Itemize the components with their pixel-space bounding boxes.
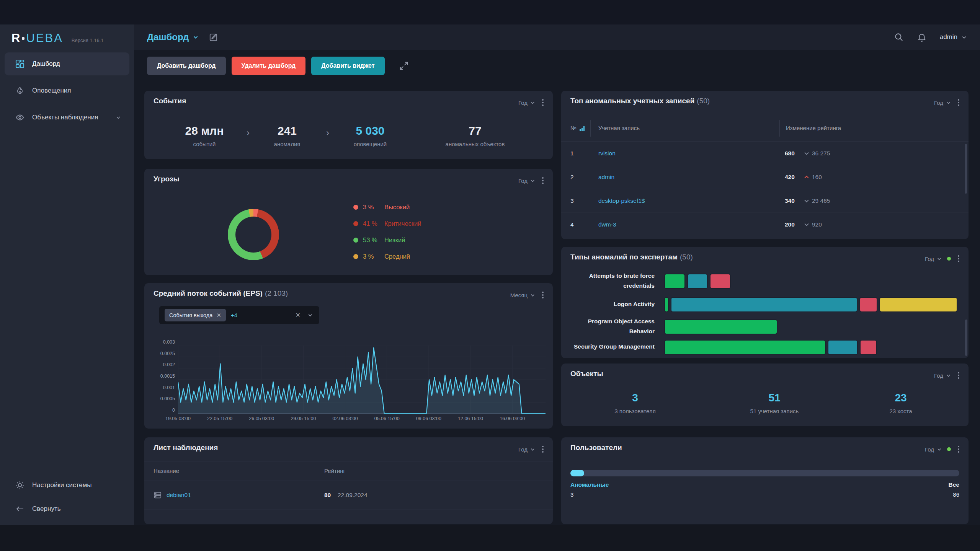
chevron-down-icon [530,447,535,452]
trend-arrow-icon [804,152,809,155]
period-select[interactable]: Год [925,256,942,262]
kebab-menu-icon[interactable] [956,371,961,380]
stacked-bar [664,340,959,355]
x-tick-label: 09.06 03:00 [416,416,441,421]
anomalous-label: Аномальные [570,481,609,488]
event-type-filter[interactable]: События выхода✕ +4 ✕ [159,306,319,324]
column-header-rating[interactable]: Рейтинг [324,468,345,474]
stat-events: 28 млнсобытий [185,124,224,147]
account-row[interactable]: 3 desktop-psksef1$ 340 29 465 [561,189,969,213]
bar-label: Logon Activity [570,299,655,309]
period-select[interactable]: Год [518,446,535,453]
y-tick-label: 0.001 [163,385,175,390]
add-widget-button[interactable]: Добавить виджет [311,57,384,75]
account-link[interactable]: rvision [598,150,616,157]
delete-dashboard-button[interactable]: Удалить дашборд [232,57,306,75]
card-anomaly-types: Типы аномалий по экспертам(50) Год Attem… [561,247,969,358]
status-dot [947,257,951,261]
gear-icon [15,481,24,490]
eps-y-axis: 00.00050.0010.00150.0020.00250.003 [147,342,175,411]
add-dashboard-button[interactable]: Добавить дашборд [147,57,226,75]
x-tick-label: 29.05 15:00 [291,416,316,421]
row-num: 1 [570,150,574,157]
rating-change: 160 [804,174,822,181]
sidebar-item-system-settings[interactable]: Настройки системы [5,473,129,497]
sidebar-item-observed-objects[interactable]: Объекты наблюдения [5,106,129,129]
stat-accounts: 5151 учетная запись [750,392,799,414]
account-link[interactable]: dwm-3 [598,221,616,228]
chevron-down-icon[interactable] [116,115,121,120]
all-label: Все [949,481,959,488]
flame-icon [15,86,24,95]
kebab-menu-icon[interactable] [541,98,545,107]
account-link[interactable]: admin [598,174,614,181]
kebab-menu-icon[interactable] [956,445,961,453]
bell-icon[interactable] [917,32,927,42]
column-header-num[interactable]: № [570,125,577,131]
scrollbar-thumb[interactable] [965,144,967,194]
remove-chip-icon[interactable]: ✕ [216,312,221,319]
user-menu[interactable]: admin [940,33,967,41]
chevron-down-icon [937,256,942,261]
account-row[interactable]: 4 dwm-3 200 920 [561,213,969,236]
chevron-down-icon[interactable] [307,312,313,318]
y-tick-label: 0.0025 [160,351,175,356]
chevron-down-icon [937,447,942,452]
account-row[interactable]: 1 rvision 680 36 275 [561,142,969,165]
sidebar-item-alerts[interactable]: Оповещения [5,79,129,102]
toolbar: Добавить дашборд Удалить дашборд Добавит… [134,50,980,81]
sort-bars-icon[interactable] [579,126,585,132]
clear-filter-icon[interactable]: ✕ [296,311,301,319]
scrollbar-thumb[interactable] [965,320,967,356]
card-users: Пользователи Год Аномальные 3 Все 86 [561,437,969,524]
y-tick-label: 0 [172,408,175,413]
app-logo: RUEBA [11,31,63,45]
app-version: Версия 1.16.1 [72,37,104,43]
filter-chip: События выхода✕ [165,309,226,321]
sidebar-item-label: Объекты наблюдения [32,114,98,121]
period-select[interactable]: Год [934,372,951,379]
watchlist-host-link[interactable]: debian01 [167,492,191,499]
sidebar-item-collapse[interactable]: Свернуть [5,497,129,521]
bar-segment-red [859,297,877,312]
logo-rest: UEBA [26,31,63,45]
period-select[interactable]: Год [518,99,535,106]
account-link[interactable]: desktop-psksef1$ [598,197,645,204]
rating-change: 920 [804,221,822,228]
column-header-name[interactable]: Название [154,468,179,474]
period-select[interactable]: Год [925,446,942,453]
column-divider [779,120,780,137]
edit-dashboard-button[interactable] [209,32,219,42]
users-progress-track [570,470,959,476]
kebab-menu-icon[interactable] [956,254,961,263]
x-tick-label: 05.06 15:00 [374,416,400,421]
kebab-menu-icon[interactable] [541,445,545,453]
filter-more-badge: +4 [231,312,237,318]
dashboard-grid-icon [15,59,24,68]
fullscreen-icon[interactable] [399,61,409,71]
x-tick-label: 22.05 15:00 [207,416,232,421]
period-select[interactable]: Год [518,178,535,184]
users-progress-fill [570,470,584,476]
sidebar-item-dashboard[interactable]: Дашборд [5,52,129,75]
sidebar-item-label: Оповещения [32,87,71,95]
column-header-change[interactable]: Изменение рейтинга [786,125,841,131]
account-row[interactable]: 2 admin 420 160 [561,165,969,189]
sidebar-item-label: Настройки системы [32,481,92,489]
account-rating: 340 [785,197,795,204]
column-divider [318,466,318,476]
period-select[interactable]: Год [934,99,951,106]
bar-label: Attempts to brute force credentials [570,271,655,291]
search-icon[interactable] [894,32,904,42]
kebab-menu-icon[interactable] [956,98,961,107]
watchlist-row[interactable]: debian01 80 22.09.2024 [144,481,553,510]
kebab-menu-icon[interactable] [541,291,545,299]
chevron-down-icon [961,34,967,40]
column-header-account[interactable]: Учетная запись [598,125,640,131]
kebab-menu-icon[interactable] [541,176,545,185]
eye-icon [15,113,24,122]
period-select[interactable]: Месяц [510,292,535,298]
dashboard-title-select[interactable]: Дашборд [147,32,199,42]
watchlist-header: Название Рейтинг [144,461,553,481]
chevron-right-icon: › [247,127,250,138]
